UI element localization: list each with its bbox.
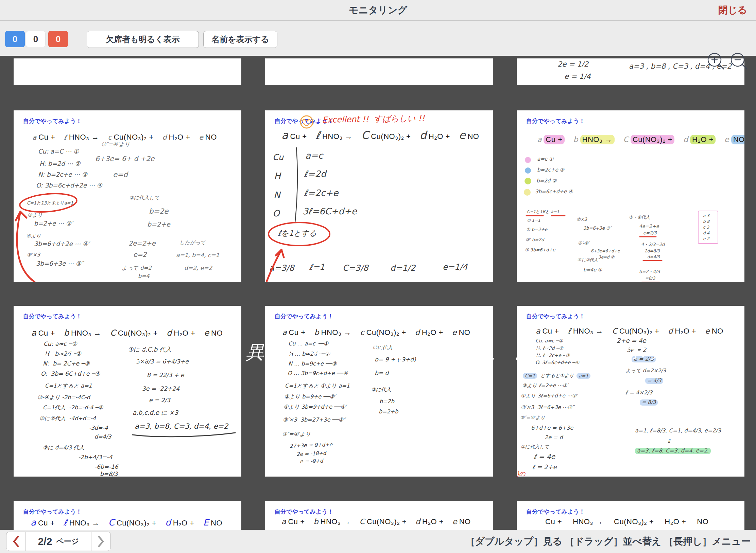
- handwriting-line: 4・2/3=2d: [641, 242, 665, 247]
- equation-term: Cu(NO₃)₂ +: [117, 519, 156, 528]
- equation-line: aCu +bHNO₃ →CCu(NO₃)₂ +dH₂O +eNO: [31, 328, 223, 338]
- handwriting-line: C=1と13と①よりa=1: [27, 201, 73, 206]
- handwritten-coefficient: C: [108, 517, 115, 528]
- handwriting-line: H: b=2d ⋯ ②: [39, 161, 80, 167]
- equation-line: aCu +bHNO₃ →CCu(NO₃)₂ +dH₂O +eNO: [281, 517, 471, 526]
- handwritten-coefficient: b: [64, 328, 69, 338]
- equation-term: Cu(NO₃)₂ +: [614, 517, 654, 526]
- student-work-card[interactable]: 自分でやってみよう！aCu +ℓHNO₃ →cCu(NO₃)₂ +dH₂O +e…: [14, 110, 241, 282]
- handwriting-line: d=4/3: [94, 434, 111, 440]
- handwriting-line: b=2+e ⋯ ③′: [34, 220, 73, 227]
- prev-page-button[interactable]: [6, 532, 25, 551]
- page-indicator: 2/2 ページ: [25, 532, 91, 551]
- equation-term: Cu +: [544, 135, 564, 144]
- student-work-card[interactable]: 自分でやってみよう！aCu +bHNO₃ →CCu(NO₃)₂ +dH₂O +e…: [517, 110, 744, 282]
- card-prompt-label: 自分でやってみよう！: [526, 508, 585, 516]
- handwriting-line: a 3: [703, 214, 709, 218]
- handwriting-line: ③より: [28, 213, 42, 218]
- equation-line: aCu +ℓHNO₃ →CCu(NO₃)₂ +dH₂O +ENO: [31, 517, 222, 528]
- handwriting-line: b=2d ②: [536, 178, 556, 184]
- status-badge-blue[interactable]: 0: [5, 31, 25, 47]
- handwriting-line: e = 2/3: [149, 397, 170, 404]
- handwritten-coefficient: d: [419, 129, 426, 142]
- equation-line: Cu +HNO₃ →Cu(NO₃)₂ +H₂O +NO: [543, 517, 708, 526]
- handwritten-coefficient: d: [415, 328, 420, 337]
- equation-term: NO: [467, 132, 479, 141]
- student-work-card[interactable]: 自分でやってみよう！Cu +HNO₃ →Cu(NO₃)₂ +H₂O +NO: [517, 501, 744, 530]
- handwriting-line: ⑤に②代入 -4d+d=-4: [39, 416, 96, 422]
- handwriting-line: -3d=-4: [89, 425, 108, 431]
- page-number: 2/2: [38, 536, 52, 547]
- equation-term: NO: [712, 327, 723, 336]
- close-button[interactable]: 閉じる: [718, 0, 747, 20]
- status-badge-red[interactable]: 0: [48, 31, 68, 47]
- handwriting-line: ② b=2+e: [526, 227, 547, 232]
- show-absent-bright-button[interactable]: 欠席者も明るく表示: [87, 31, 199, 48]
- handwritten-coefficient: a: [536, 327, 540, 335]
- zoom-in-icon[interactable]: [706, 52, 725, 71]
- card-prompt-label: 自分でやってみよう！: [526, 117, 585, 125]
- handwriting-line: a=3, ℓ=8, C=3, d=4, e=2,: [635, 448, 711, 454]
- handwritten-coefficient: e: [724, 135, 729, 144]
- handwriting-line: ③′×3 3ℓ=6+3e ⋯③″: [521, 405, 574, 410]
- handwriting-line: a=3, b=8, C=3, d=4, e=2: [135, 423, 228, 430]
- equation-term: HNO₃ →: [573, 517, 603, 526]
- handwriting-line: N: b=2c+e ⋯ ③: [38, 172, 87, 178]
- equation-term: HNO₃ →: [321, 517, 351, 526]
- equation-term: Cu +: [38, 519, 55, 528]
- equation-term: H₂O +: [169, 133, 190, 142]
- student-work-card[interactable]: 自分でやってみよう！aCu +ℓHNO₃ →CCu(NO₃)₂ +dH₂O +e…: [517, 306, 744, 477]
- next-page-button[interactable]: [91, 532, 110, 551]
- handwriting-line: したがって: [179, 240, 206, 246]
- handwriting-line: O: 3b=6c+d+2e ⋯ ④: [36, 182, 102, 189]
- student-work-card[interactable]: 自分でやってみよう！aCu +ℓHNO₃ →CCu(NO₃)₂ +dH₂O +E…: [14, 501, 241, 530]
- handwritten-coefficient: C: [360, 517, 365, 526]
- handwriting-line: e = -9+d: [300, 459, 323, 465]
- equation-term: HNO₃ →: [322, 132, 353, 141]
- status-badge-white[interactable]: 0: [26, 31, 46, 47]
- handwriting-line: ℓ = 4×2/3: [625, 390, 653, 396]
- card-prompt-label: 自分でやってみよう！: [526, 313, 585, 320]
- handwriting-line: ③″=④′より: [520, 415, 545, 420]
- equation-term: H₂O +: [422, 517, 444, 526]
- equation-term: Cu(NO₃)₂ +: [118, 329, 158, 338]
- equation-term: NO: [459, 328, 470, 337]
- equation-term: HNO₃ →: [580, 135, 615, 144]
- handwriting-line: よって d=2×2/3: [625, 368, 666, 374]
- handwriting-line: Cu: [273, 153, 284, 162]
- student-work-card[interactable]: [265, 58, 493, 85]
- handwriting-line: ③′ b=2d: [526, 237, 544, 242]
- handwriting-line: ③″=④′より: [101, 142, 130, 147]
- equation-line: aCu +ℓHNO₃ →CCu(NO₃)₂ +dH₂O +eNO: [281, 129, 479, 142]
- student-work-card[interactable]: 自分でやってみよう！aCu +bHNO₃ →cCu(NO₃)₂ +dH₂O +e…: [265, 306, 493, 477]
- student-work-card[interactable]: 自分でやってみよう！aCu +ℓHNO₃ →CCu(NO₃)₂ +dH₂O +e…: [265, 110, 493, 282]
- monitoring-grid: 必ず、1とおく 文字が 異なる生徒が 出てくるので、 比較 して 提示する 。 …: [0, 56, 756, 530]
- zoom-out-icon[interactable]: [729, 52, 749, 71]
- handwriting-line: ③″=④′より: [282, 431, 311, 437]
- equation-term: HNO₃ →: [573, 327, 603, 336]
- handwriting-line: d=4/3: [647, 255, 660, 259]
- equation-term: Cu +: [288, 517, 305, 526]
- handwriting-line: e=2: [133, 251, 147, 258]
- handwriting-line: 2e = 1/2: [557, 60, 588, 68]
- header-bar: モニタリング 閉じる: [0, 0, 756, 21]
- student-work-card[interactable]: 自分でやってみよう！aCu +bHNO₃ →CCu(NO₃)₂ +dH₂O +e…: [265, 501, 493, 530]
- equation-term: NO: [731, 135, 744, 144]
- handwriting-line: b=4: [138, 273, 150, 279]
- handwriting-line: 3b=6+3e ③′: [583, 226, 611, 231]
- handwritten-coefficient: e: [459, 129, 466, 142]
- show-names-button[interactable]: 名前を表示する: [203, 31, 277, 48]
- student-work-card[interactable]: [14, 58, 241, 85]
- page-title: モニタリング: [0, 0, 756, 20]
- handwritten-coefficient: a: [31, 517, 36, 528]
- handwriting-line: ℓ=2c+e: [304, 189, 338, 198]
- handwriting-line: ③より b=9+e ──③′: [284, 394, 336, 400]
- handwriting-line: b=2+e: [147, 221, 170, 228]
- handwritten-coefficient: E: [203, 517, 209, 528]
- handwriting-line: b=8/3: [100, 471, 118, 477]
- handwritten-coefficient: C: [110, 328, 116, 338]
- handwriting-line: =8/3: [645, 276, 655, 281]
- student-work-card[interactable]: 自分でやってみよう！aCu +bHNO₃ →CCu(NO₃)₂ +dH₂O +e…: [14, 306, 241, 477]
- equation-term: H₂O +: [675, 327, 696, 336]
- equation-line: aCu +ℓHNO₃ →CCu(NO₃)₂ +dH₂O +eNO: [536, 327, 723, 336]
